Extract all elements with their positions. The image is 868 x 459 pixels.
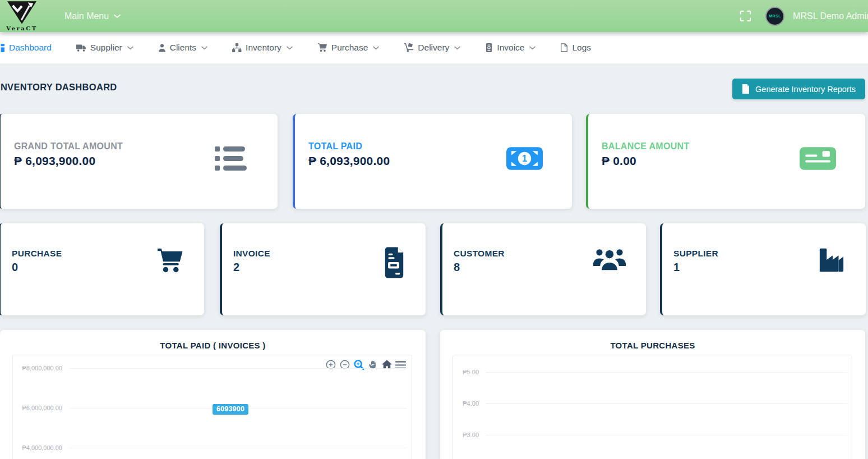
credit-card-icon (800, 145, 836, 175)
nav-label: Clients (170, 43, 196, 53)
total-purchases-chart: ₱5.00 ₱4.00 ₱3.00 (453, 355, 852, 459)
balance-amount-card: BALANCE AMOUNT ₱ 0.00 (586, 114, 865, 209)
nav-label: Invoice (497, 43, 524, 53)
ytick-label: ₱3.00 (453, 432, 486, 438)
ytick-row: ₱4.00 (453, 400, 847, 407)
total-purchases-chart-card: TOTAL PURCHASES ₱5.00 ₱4.00 ₱3.00 (440, 330, 865, 459)
bar-data-label: 6093900 (213, 404, 248, 415)
total-paid-chart: ₱8,000,000.00 ₱6,000,000.00 ₱4,000,000.0… (12, 355, 412, 459)
nav-label: Purchase (331, 43, 368, 53)
nav-label: Inventory (246, 43, 281, 53)
total-paid-label: TOTAL PAID (308, 141, 362, 152)
ytick-label: ₱5.00 (453, 369, 486, 375)
veract-logo-icon (6, 1, 38, 25)
file-icon (560, 43, 568, 52)
sitemap-icon (232, 43, 242, 52)
nav-item-supplier[interactable]: Supplier (76, 43, 133, 53)
ytick-row: ₱6,000,000.00 (13, 405, 407, 411)
grand-total-card: GRAND TOTAL AMOUNT ₱ 6,093,900.00 (0, 114, 278, 209)
ytick-row: ₱4,000,000.00 (13, 444, 407, 451)
chevron-down-icon (373, 46, 379, 50)
ytick-row: ₱3.00 (453, 432, 847, 438)
nav-label: Dashboard (9, 43, 52, 53)
total-paid-value: ₱ 6,093,900.00 (308, 154, 390, 168)
ytick-label: ₱4,000,000.00 (13, 444, 69, 451)
brand-logo[interactable]: VeraCT (4, 1, 39, 31)
nav-item-delivery[interactable]: Delivery (404, 43, 460, 53)
customer-label: CUSTOMER (454, 249, 505, 259)
grand-total-value: ₱ 6,093,900.00 (14, 154, 95, 168)
customer-value: 8 (454, 261, 460, 274)
fullscreen-icon[interactable] (740, 10, 751, 22)
customers-icon (593, 247, 626, 273)
nav-item-purchase[interactable]: Purchase (317, 43, 379, 53)
user-name: MRSL Demo Admin (793, 11, 868, 21)
person-icon (158, 44, 166, 52)
purchase-value: 0 (12, 261, 18, 274)
main-menu-label: Main Menu (64, 11, 109, 21)
customer-count-card: CUSTOMER 8 (440, 223, 646, 315)
chevron-down-icon (454, 46, 460, 50)
invoice-value: 2 (233, 261, 239, 274)
chart-title-total-purchases: TOTAL PURCHASES (440, 341, 865, 350)
invoice-icon (383, 247, 405, 281)
page-title: INVENTORY DASHBOARD (0, 82, 117, 93)
chart-title-total-paid: TOTAL PAID ( INVOICES ) (0, 341, 426, 350)
chevron-down-icon (529, 46, 535, 50)
report-file-icon (742, 84, 750, 94)
balance-amount-value: ₱ 0.00 (602, 154, 636, 168)
invoice-label: INVOICE (233, 249, 270, 259)
truck-icon (76, 44, 86, 52)
money-bill-icon: 1 (506, 145, 543, 175)
factory-icon (818, 247, 846, 275)
balance-amount-label: BALANCE AMOUNT (602, 141, 689, 152)
main-menu-button[interactable]: Main Menu (64, 0, 121, 32)
avatar-text: MRSL (769, 14, 781, 18)
nav-item-clients[interactable]: Clients (158, 43, 207, 53)
total-paid-chart-card: TOTAL PAID ( INVOICES ) (0, 330, 426, 459)
nav-item-dashboard[interactable]: Dashboard (0, 43, 52, 53)
user-avatar[interactable]: MRSL (765, 7, 784, 26)
chevron-down-icon (114, 14, 121, 19)
nav-item-inventory[interactable]: Inventory (232, 43, 293, 53)
ytick-row: ₱8,000,000.00 (13, 365, 407, 371)
ytick-row: ₱5.00 (453, 369, 847, 375)
nav-label: Supplier (90, 43, 122, 53)
chevron-down-icon (287, 46, 293, 50)
nav-label: Logs (572, 43, 591, 53)
chevron-down-icon (201, 46, 207, 50)
shopping-cart-icon (156, 247, 184, 276)
grid-icon (0, 43, 5, 53)
header-right-cluster: MRSL MRSL Demo Admin (740, 0, 868, 32)
ytick-label: ₱6,000,000.00 (13, 405, 69, 411)
grand-total-label: GRAND TOTAL AMOUNT (14, 141, 123, 152)
supplier-label: SUPPLIER (673, 249, 718, 259)
brand-name: VeraCT (4, 25, 39, 31)
ytick-label: ₱4.00 (453, 400, 486, 407)
cart-icon (317, 43, 327, 52)
nav-label: Delivery (418, 43, 449, 53)
total-paid-card: TOTAL PAID ₱ 6,093,900.00 1 (293, 114, 572, 209)
svg-text:1: 1 (522, 153, 527, 163)
purchase-label: PURCHASE (12, 249, 62, 259)
list-icon (214, 145, 248, 176)
generate-reports-button[interactable]: Generate Inventory Reports (732, 79, 865, 99)
purchase-count-card: PURCHASE 0 (0, 223, 204, 315)
nav-item-invoice[interactable]: Invoice (485, 43, 535, 53)
ytick-label: ₱8,000,000.00 (13, 365, 69, 371)
main-navbar: Dashboard Supplier Clients Inventory (0, 32, 868, 63)
supplier-count-card: SUPPLIER 1 (660, 223, 866, 315)
app-frame: VeraCT Main Menu MRSL MRSL Demo Admin (0, 0, 868, 459)
generate-reports-label: Generate Inventory Reports (755, 85, 856, 94)
receipt-icon (485, 43, 493, 52)
app-header: VeraCT Main Menu MRSL MRSL Demo Admin (0, 0, 868, 32)
chevron-down-icon (127, 46, 133, 50)
supplier-value: 1 (673, 261, 680, 274)
nav-item-logs[interactable]: Logs (560, 43, 591, 53)
invoice-count-card: INVOICE 2 (220, 223, 426, 315)
dolly-icon (404, 43, 414, 52)
